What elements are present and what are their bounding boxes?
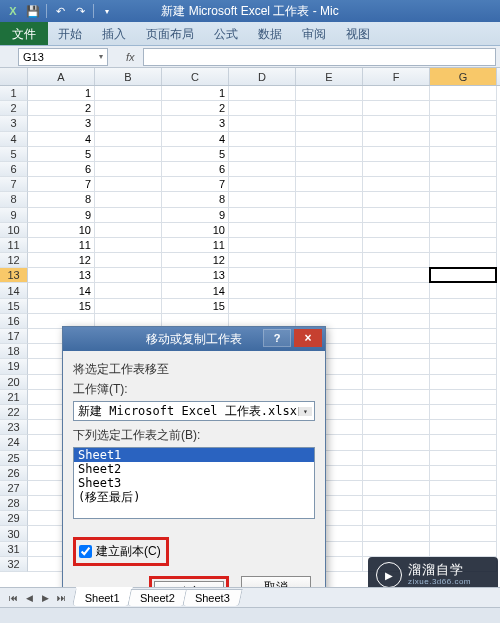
cell[interactable]	[95, 162, 162, 177]
create-copy-row[interactable]: 建立副本(C)	[73, 537, 169, 566]
row-header[interactable]: 7	[0, 177, 28, 192]
cell[interactable]: 1	[28, 86, 95, 101]
listbox-item[interactable]: Sheet1	[74, 448, 314, 462]
cell[interactable]: 13	[162, 268, 229, 283]
cell[interactable]	[363, 192, 430, 207]
row-header[interactable]: 24	[0, 435, 28, 450]
create-copy-checkbox[interactable]	[79, 545, 92, 558]
cell[interactable]	[363, 526, 430, 541]
column-header-d[interactable]: D	[229, 68, 296, 85]
row-header[interactable]: 5	[0, 147, 28, 162]
row-header[interactable]: 10	[0, 223, 28, 238]
cell[interactable]: 10	[162, 223, 229, 238]
cell[interactable]	[363, 344, 430, 359]
cell[interactable]	[229, 116, 296, 131]
row-header[interactable]: 15	[0, 299, 28, 314]
cell[interactable]	[430, 268, 497, 283]
cell[interactable]	[430, 132, 497, 147]
cell[interactable]	[363, 253, 430, 268]
cell[interactable]	[95, 116, 162, 131]
cell[interactable]	[430, 344, 497, 359]
row-header[interactable]: 6	[0, 162, 28, 177]
cell[interactable]	[430, 420, 497, 435]
sheet-tab-sheet2[interactable]: Sheet2	[127, 589, 187, 606]
cell[interactable]	[95, 223, 162, 238]
cell[interactable]	[430, 177, 497, 192]
cell[interactable]: 12	[28, 253, 95, 268]
sheet-nav-button[interactable]: ▶	[38, 593, 52, 603]
sheet-nav-button[interactable]: ⏮	[6, 593, 20, 603]
dialog-close-button[interactable]: ×	[294, 329, 322, 347]
row-header[interactable]: 13	[0, 268, 28, 283]
dialog-help-button[interactable]: ?	[263, 329, 291, 347]
cell[interactable]	[229, 147, 296, 162]
cell[interactable]	[363, 299, 430, 314]
cell[interactable]	[430, 496, 497, 511]
undo-icon[interactable]: ↶	[53, 4, 67, 18]
cell[interactable]: 8	[162, 192, 229, 207]
row-header[interactable]: 20	[0, 375, 28, 390]
cell[interactable]	[229, 177, 296, 192]
cell[interactable]	[363, 542, 430, 557]
row-header[interactable]: 27	[0, 481, 28, 496]
cell[interactable]	[363, 359, 430, 374]
cell[interactable]	[95, 86, 162, 101]
cell[interactable]	[430, 192, 497, 207]
cell[interactable]	[363, 405, 430, 420]
cell[interactable]: 15	[162, 299, 229, 314]
row-header[interactable]: 12	[0, 253, 28, 268]
cell[interactable]	[95, 101, 162, 116]
column-header-a[interactable]: A	[28, 68, 95, 85]
cell[interactable]	[430, 86, 497, 101]
cell[interactable]: 7	[162, 177, 229, 192]
cell[interactable]	[363, 420, 430, 435]
cell[interactable]	[296, 116, 363, 131]
cell[interactable]	[296, 223, 363, 238]
row-header[interactable]: 1	[0, 86, 28, 101]
cell[interactable]	[430, 299, 497, 314]
sheet-tab-sheet3[interactable]: Sheet3	[182, 589, 242, 606]
row-header[interactable]: 16	[0, 314, 28, 329]
row-header[interactable]: 2	[0, 101, 28, 116]
cell[interactable]	[363, 268, 430, 283]
cell[interactable]: 4	[162, 132, 229, 147]
cell[interactable]	[430, 451, 497, 466]
cell[interactable]	[229, 299, 296, 314]
cell[interactable]: 6	[162, 162, 229, 177]
cell[interactable]	[430, 466, 497, 481]
select-all-triangle[interactable]	[0, 68, 28, 85]
row-header[interactable]: 22	[0, 405, 28, 420]
cell[interactable]	[430, 526, 497, 541]
tab-formulas[interactable]: 公式	[204, 22, 248, 45]
combo-dropdown-icon[interactable]: ▾	[298, 407, 312, 416]
column-header-g[interactable]: G	[430, 68, 497, 85]
listbox-item[interactable]: Sheet2	[74, 462, 314, 476]
cell[interactable]	[363, 451, 430, 466]
column-header-e[interactable]: E	[296, 68, 363, 85]
cell[interactable]: 11	[162, 238, 229, 253]
tab-data[interactable]: 数据	[248, 22, 292, 45]
sheet-nav-button[interactable]: ◀	[22, 593, 36, 603]
tab-review[interactable]: 审阅	[292, 22, 336, 45]
cell[interactable]: 3	[162, 116, 229, 131]
cell[interactable]: 3	[28, 116, 95, 131]
cell[interactable]: 12	[162, 253, 229, 268]
fx-icon[interactable]: fx	[126, 51, 135, 63]
row-header[interactable]: 18	[0, 344, 28, 359]
column-header-f[interactable]: F	[363, 68, 430, 85]
save-icon[interactable]: 💾	[26, 4, 40, 18]
listbox-item[interactable]: (移至最后)	[74, 490, 314, 504]
row-header[interactable]: 26	[0, 466, 28, 481]
sheet-tab-sheet1[interactable]: Sheet1	[72, 587, 133, 606]
cell[interactable]	[363, 116, 430, 131]
cell[interactable]	[363, 101, 430, 116]
cell[interactable]	[430, 359, 497, 374]
cell[interactable]	[229, 253, 296, 268]
cell[interactable]	[95, 132, 162, 147]
cell[interactable]	[95, 147, 162, 162]
cell[interactable]	[296, 299, 363, 314]
cell[interactable]: 4	[28, 132, 95, 147]
row-header[interactable]: 29	[0, 511, 28, 526]
row-header[interactable]: 23	[0, 420, 28, 435]
cell[interactable]: 9	[28, 208, 95, 223]
